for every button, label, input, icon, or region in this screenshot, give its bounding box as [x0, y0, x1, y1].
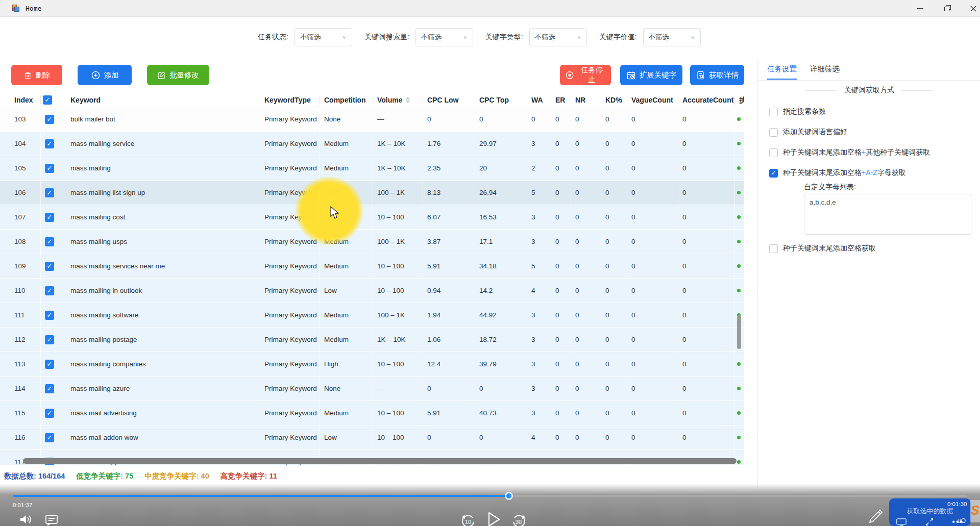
table-row[interactable]: 109✓mass mailing services near mePrimary…: [0, 254, 744, 278]
table-row[interactable]: 116✓mass mail addon wowPrimary KeywordLo…: [0, 425, 744, 449]
column-header-vaguecount[interactable]: VagueCount: [627, 95, 678, 105]
get-details-button[interactable]: 获取详情: [690, 65, 744, 85]
cell-index: 104: [0, 132, 41, 156]
row-checkbox[interactable]: ✓: [45, 335, 54, 344]
collapse-arrows-icon[interactable]: [925, 518, 934, 526]
row-checkbox[interactable]: ✓: [45, 188, 54, 197]
row-checkbox[interactable]: ✓: [45, 311, 54, 320]
play-button[interactable]: [486, 511, 501, 526]
cell-index: 105: [0, 156, 41, 180]
table-row[interactable]: 105✓mass mailingPrimary KeywordMedium1K …: [0, 156, 744, 180]
vertical-scrollbar[interactable]: [737, 315, 741, 349]
column-header-nr[interactable]: NR: [571, 95, 601, 105]
delete-button[interactable]: 删除: [11, 65, 62, 85]
row-checkbox[interactable]: ✓: [45, 213, 54, 222]
checkbox-unchecked[interactable]: [769, 148, 778, 157]
batch-edit-button[interactable]: 批量修改: [147, 65, 209, 85]
checkbox-unchecked[interactable]: [769, 244, 778, 253]
cell-wa: 4: [527, 425, 551, 449]
option-last[interactable]: 种子关键词末尾添加空格获取: [769, 244, 876, 253]
checkbox-checked[interactable]: ✓: [769, 169, 778, 178]
row-checkbox[interactable]: ✓: [45, 115, 54, 124]
filter-select-3[interactable]: 不筛选∨: [643, 28, 701, 46]
table-row[interactable]: 104✓mass mailing servicePrimary KeywordM…: [0, 132, 744, 156]
cell-volume: 10 – 100: [373, 254, 423, 278]
seek-bar[interactable]: [13, 495, 967, 497]
rewind-10-icon[interactable]: 10: [459, 512, 477, 526]
status-dot: [737, 460, 741, 464]
cell-nr: 0: [571, 303, 601, 327]
cell-keyword: mass mailing azure: [60, 377, 260, 400]
minimize-button[interactable]: [909, 0, 932, 17]
cell-er: 0: [551, 205, 571, 229]
option-0[interactable]: 指定搜索条数: [769, 107, 826, 116]
row-checkbox[interactable]: ✓: [45, 384, 54, 393]
end-time: 0:01:30: [947, 501, 967, 507]
row-checkbox[interactable]: ✓: [45, 433, 54, 442]
table-row[interactable]: 110✓mass mailing in outlookPrimary Keywo…: [0, 279, 744, 303]
column-header-cpclow[interactable]: CPC Low: [423, 95, 475, 105]
table-row[interactable]: 111✓mass mailing softwarePrimary Keyword…: [0, 303, 744, 327]
column-header-kd[interactable]: KD%: [601, 95, 627, 105]
column-header-keyword[interactable]: Keyword: [60, 95, 260, 105]
column-header-volume[interactable]: Volume: [373, 95, 423, 105]
seek-handle[interactable]: [505, 492, 513, 500]
pencil-icon[interactable]: [868, 508, 884, 526]
table-row[interactable]: 113✓mass mailing companiesPrimary Keywor…: [0, 352, 744, 376]
sort-icon[interactable]: [406, 97, 410, 103]
screen-icon[interactable]: [896, 518, 906, 526]
row-checkbox[interactable]: ✓: [45, 286, 54, 295]
horizontal-scrollbar[interactable]: [23, 458, 737, 464]
checkbox-unchecked[interactable]: [769, 108, 778, 116]
table-row[interactable]: 112✓mass mailing postagePrimary KeywordM…: [0, 328, 744, 352]
tab-0[interactable]: 任务设置: [767, 64, 797, 80]
column-header-er[interactable]: ER: [551, 95, 571, 105]
checkbox-unchecked[interactable]: [769, 128, 778, 137]
option-1[interactable]: 添加关键词语言偏好: [769, 128, 847, 137]
row-checkbox[interactable]: ✓: [45, 360, 54, 369]
settings-panel: 任务设置详细筛选 关键词获取方式 指定搜索条数添加关键词语言偏好种子关键词末尾添…: [757, 60, 980, 488]
volume-icon[interactable]: [18, 513, 32, 525]
column-header-label: Volume: [377, 95, 403, 105]
row-checkbox[interactable]: ✓: [45, 237, 54, 246]
maximize-button[interactable]: [936, 0, 960, 17]
stop-task-button[interactable]: 任务停止: [560, 65, 611, 85]
row-checkbox[interactable]: ✓: [45, 164, 54, 173]
option-3[interactable]: ✓种子关键词末尾添加空格+A-Z字母获取: [769, 168, 906, 178]
custom-letters-input[interactable]: [804, 194, 972, 235]
table-body: 103✓bulk mailer botPrimary KeywordNone—0…: [0, 107, 744, 465]
plus-circle-icon: [91, 70, 101, 80]
table-row[interactable]: 115✓mass mail advertisingPrimary Keyword…: [0, 401, 744, 425]
cell-type: Primary Keyword: [260, 230, 320, 254]
add-button[interactable]: 添加: [78, 65, 132, 85]
column-header-competition[interactable]: Competition: [320, 95, 373, 105]
row-checkbox[interactable]: ✓: [45, 262, 54, 271]
option-2[interactable]: 种子关键词末尾添加空格+其他种子关键词获取: [769, 148, 930, 157]
column-header-wa[interactable]: WA: [527, 95, 551, 105]
select-all-checkbox[interactable]: ✓: [43, 95, 52, 105]
table-row[interactable]: 108✓mass mailing uspsPrimary KeywordMedi…: [0, 230, 744, 254]
cell-cpc_top: 17.1: [475, 230, 527, 254]
subtitle-icon[interactable]: [45, 514, 58, 525]
filter-select-2[interactable]: 不筛选∨: [529, 28, 587, 46]
column-header-[interactable]: 执: [735, 95, 744, 105]
table-row[interactable]: 107✓mass mailing costPrimary KeywordHigh…: [0, 205, 744, 229]
table-row[interactable]: 106✓mass mailing list sign upPrimary Key…: [0, 181, 744, 205]
table-row[interactable]: 114✓mass mailing azurePrimary KeywordNon…: [0, 377, 744, 400]
cell-accurate: 0: [678, 230, 735, 254]
filter-select-1[interactable]: 不筛选∨: [415, 28, 473, 46]
row-checkbox[interactable]: ✓: [45, 139, 54, 148]
row-checkbox[interactable]: ✓: [45, 409, 54, 418]
expand-keywords-button[interactable]: 扩展关键字: [620, 65, 682, 85]
close-button[interactable]: [962, 0, 980, 17]
forward-30-icon[interactable]: 30: [510, 512, 528, 526]
column-header-index[interactable]: Index: [0, 95, 41, 105]
filter-select-0[interactable]: 不筛选∨: [295, 28, 352, 46]
cell-kd: 0: [601, 401, 627, 425]
tab-1[interactable]: 详细筛选: [810, 64, 840, 80]
column-header-keywordtype[interactable]: KeywordType: [260, 95, 320, 105]
column-header-cpctop[interactable]: CPC Top: [475, 95, 527, 105]
cell-cpc_top: 14.2: [475, 279, 527, 303]
table-row[interactable]: 103✓bulk mailer botPrimary KeywordNone—0…: [0, 107, 744, 131]
column-header-accuratecount[interactable]: AccurateCount: [678, 95, 735, 105]
